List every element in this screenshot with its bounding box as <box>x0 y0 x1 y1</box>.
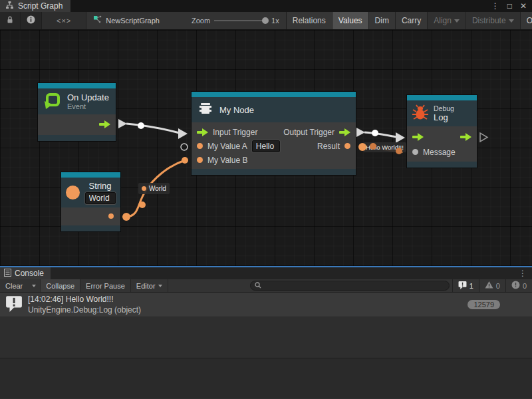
log-count: 1 <box>469 282 473 290</box>
string-literal-icon <box>66 186 80 200</box>
node-on-update[interactable]: On Update Event <box>38 83 116 141</box>
carry-button[interactable]: Carry <box>396 12 428 29</box>
console-tab-bar: Console ⋮ <box>0 267 532 279</box>
wire-value-world: World <box>149 185 166 192</box>
node-string[interactable]: String <box>61 172 120 231</box>
console-toolbar: Clear Collapse Error Pause Editor 1 <box>0 279 532 293</box>
console-log-list: [14:02:46] Hello World!!! UnityEngine.De… <box>0 293 532 358</box>
string-value-field[interactable] <box>85 192 116 204</box>
carry-button-label: Carry <box>402 16 421 25</box>
console-list-icon <box>4 269 11 279</box>
zoom-slider-handle[interactable] <box>262 17 269 24</box>
wire-value-chip-world: World <box>138 183 170 194</box>
my-value-a-label: My Value A <box>207 142 247 151</box>
window-close-button[interactable]: ✕ <box>520 1 527 11</box>
log-collapse-count-badge: 12579 <box>467 300 500 309</box>
input-trigger-port[interactable] <box>197 128 208 136</box>
code-view-button[interactable]: <×> <box>42 12 86 29</box>
node-subtitle: Event <box>67 102 109 110</box>
debug-output-trigger-port[interactable] <box>460 133 471 141</box>
my-value-a-port[interactable] <box>197 143 203 149</box>
graph-toolbar: <×> NewScriptGraph Zoom 1x Relations Val… <box>0 12 532 30</box>
log-entry-row[interactable]: [14:02:46] Hello World!!! UnityEngine.De… <box>0 293 532 317</box>
window-maximize-button[interactable]: □ <box>507 1 512 11</box>
chevron-down-icon <box>158 285 162 287</box>
relations-button-label: Relations <box>293 16 326 25</box>
info-icon <box>27 15 35 26</box>
error-count: 0 <box>523 282 527 290</box>
chevron-down-icon <box>509 19 514 23</box>
error-count-toggle[interactable]: 0 <box>505 279 532 292</box>
console-search-input[interactable] <box>264 282 445 290</box>
my-value-b-label: My Value B <box>207 156 247 165</box>
output-trigger-port[interactable] <box>339 128 350 136</box>
clear-dropdown-button[interactable] <box>28 279 41 292</box>
tab-console[interactable]: Console <box>0 267 51 279</box>
my-value-a-field[interactable] <box>252 140 280 152</box>
node-accent-bar <box>61 172 120 178</box>
warning-triangle-icon <box>485 281 493 291</box>
overview-button-label: Overview <box>527 16 532 25</box>
zoom-label: Zoom <box>192 17 210 25</box>
node-title: Log <box>434 112 454 122</box>
distribute-dropdown-label: Distribute <box>472 16 506 25</box>
dim-button[interactable]: Dim <box>369 12 396 29</box>
log-bubble-icon <box>458 281 467 291</box>
debug-input-trigger-port[interactable] <box>412 133 424 141</box>
tab-script-graph[interactable]: Script Graph <box>0 0 70 12</box>
error-circle-icon <box>511 281 520 291</box>
node-title: My Node <box>219 105 254 115</box>
node-footer <box>61 225 120 231</box>
warning-count: 0 <box>496 282 500 290</box>
input-trigger-label: Input Trigger <box>213 128 257 137</box>
lock-icon <box>6 15 14 26</box>
graph-name-label: NewScriptGraph <box>106 17 160 25</box>
info-button[interactable] <box>21 12 42 29</box>
node-footer <box>407 162 477 168</box>
distribute-dropdown[interactable]: Distribute <box>466 12 521 29</box>
window-menu-button[interactable]: ⋮ <box>491 1 499 11</box>
my-value-b-port[interactable] <box>197 157 203 163</box>
graph-canvas[interactable]: On Update Event String <box>0 30 532 266</box>
log-bubble-icon <box>5 295 23 315</box>
editor-dropdown[interactable]: Editor <box>131 279 168 292</box>
error-pause-button[interactable]: Error Pause <box>80 279 131 292</box>
zoom-slider[interactable] <box>214 20 267 21</box>
node-my-node[interactable]: My Node Input Trigger Output Trigger My … <box>192 92 356 175</box>
zoom-value-label: 1x <box>271 17 279 25</box>
align-dropdown[interactable]: Align <box>428 12 466 29</box>
tab-script-graph-label: Script Graph <box>18 1 63 11</box>
message-port[interactable] <box>412 149 418 155</box>
string-output-port[interactable] <box>108 213 114 219</box>
values-button[interactable]: Values <box>332 12 369 29</box>
node-title: String <box>89 181 112 191</box>
console-menu-button[interactable]: ⋮ <box>519 269 527 278</box>
log-count-toggle[interactable]: 1 <box>452 279 479 292</box>
result-port[interactable] <box>344 143 350 149</box>
node-title: On Update <box>67 92 109 102</box>
node-footer <box>192 169 356 175</box>
value-dot-icon <box>142 186 146 191</box>
search-icon <box>255 282 261 290</box>
title-bar: Script Graph ⋮ □ ✕ <box>0 0 532 12</box>
relations-button[interactable]: Relations <box>287 12 332 29</box>
result-label: Result <box>317 142 340 151</box>
console-detail-pane <box>0 358 532 398</box>
clear-button[interactable]: Clear <box>0 279 28 292</box>
log-entry-line2: UnityEngine.Debug:Log (object) <box>28 305 141 315</box>
node-accent-bar <box>192 92 356 97</box>
trigger-output-port[interactable] <box>99 120 110 128</box>
overview-button[interactable]: Overview <box>521 12 532 29</box>
clear-button-label: Clear <box>5 282 23 290</box>
chevron-down-icon <box>32 285 36 287</box>
lock-button[interactable] <box>0 12 21 29</box>
on-update-event-icon <box>44 92 61 112</box>
node-debug-log[interactable]: Debug Log Message <box>407 95 477 168</box>
script-graph-asset-icon <box>93 15 102 26</box>
collapse-button-label: Collapse <box>46 282 74 290</box>
console-panel: Console ⋮ Clear Collapse Error Pause Edi… <box>0 266 532 399</box>
console-search-box[interactable] <box>250 281 450 291</box>
node-accent-bar <box>38 83 116 88</box>
warning-count-toggle[interactable]: 0 <box>479 279 505 292</box>
collapse-button[interactable]: Collapse <box>41 279 80 292</box>
